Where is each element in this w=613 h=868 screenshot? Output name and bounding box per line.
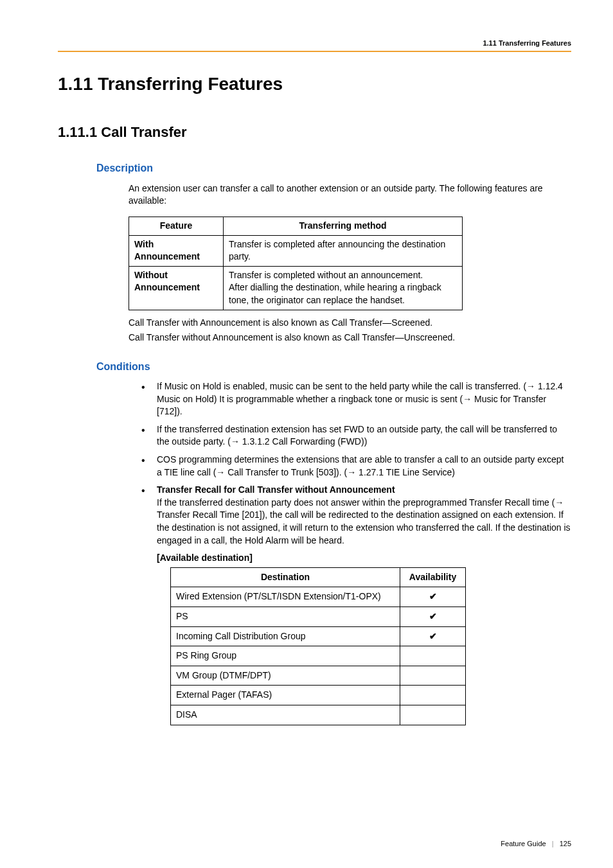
after-table-text-1: Call Transfer with Announcement is also … [129,317,571,330]
dest-cell: External Pager (TAFAS) [171,686,400,705]
method-cell: Transfer is completed without an announc… [224,266,463,310]
text: 1.27.1 TIE Line Service) [356,467,455,477]
heading-2: 1.11.1 Call Transfer [58,123,571,143]
feature-cell: Without Announcement [129,266,224,310]
feature-line: Announcement [134,251,200,261]
table-row: VM Group (DTMF/DPT) [171,666,466,686]
dest-cell: Wired Extension (PT/SLT/ISDN Extension/T… [171,587,400,607]
table-row: Wired Extension (PT/SLT/ISDN Extension/T… [171,587,466,607]
feature-line: With [134,239,154,249]
text: If Music on Hold is enabled, music can b… [157,381,526,391]
list-item: COS programming determines the extension… [141,454,571,479]
table-header-row: Destination Availability [171,567,466,587]
table-row: Without Announcement Transfer is complet… [129,266,463,310]
avail-cell: ✔ [400,626,466,646]
page-header-title: 1.11 Transferring Features [58,39,571,48]
arrow-icon: → [463,393,472,406]
col-availability: Availability [400,567,466,587]
table-header-row: Feature Transferring method [129,217,463,235]
dest-cell: PS Ring Group [171,646,400,666]
available-destination-heading: [Available destination] [157,552,571,565]
arrow-icon: → [526,380,535,393]
avail-cell [400,686,466,705]
page: 1.11 Transferring Features 1.11 Transfer… [0,0,613,868]
avail-cell [400,666,466,686]
footer-label: Feature Guide [501,840,546,847]
arrow-icon: → [231,436,240,448]
col-feature: Feature [129,217,224,235]
table-row: With Announcement Transfer is completed … [129,235,463,266]
avail-cell: ✔ [400,607,466,627]
dest-cell: Incoming Call Distribution Group [171,626,400,646]
list-item: If Music on Hold is enabled, music can b… [141,380,571,418]
avail-cell [400,646,466,666]
footer-separator: | [552,840,554,847]
avail-cell: ✔ [400,587,466,607]
destination-table: Destination Availability Wired Extension… [170,567,466,725]
after-table-text-2: Call Transfer without Announcement is al… [129,332,571,344]
text: Call Transfer to Trunk [503]). ( [225,467,347,477]
arrow-icon: → [555,497,564,509]
table-row: Incoming Call Distribution Group ✔ [171,626,466,646]
text: 1.3.1.2 Call Forwarding (FWD)) [240,436,367,447]
bold-subtitle: Transfer Recall for Call Transfer withou… [157,484,395,495]
feature-cell: With Announcement [129,235,224,266]
table-row: PS Ring Group [171,646,466,666]
page-footer: Feature Guide | 125 [501,839,571,849]
header-divider [58,51,571,52]
col-method: Transferring method [224,217,463,235]
table-row: External Pager (TAFAS) [171,686,466,705]
description-heading: Description [96,161,571,175]
text: If the transferred destination party doe… [157,497,555,508]
avail-cell [400,705,466,725]
table-row: DISA [171,705,466,725]
conditions-list: If Music on Hold is enabled, music can b… [141,380,571,547]
dest-cell: DISA [171,705,400,725]
col-destination: Destination [171,567,400,587]
dest-cell: VM Group (DTMF/DPT) [171,666,400,686]
heading-1: 1.11 Transferring Features [58,71,571,96]
text: Transfer Recall Time [201]), the call wi… [157,509,571,545]
arrow-icon: → [216,466,225,479]
list-item: Transfer Recall for Call Transfer withou… [141,484,571,547]
method-cell: Transfer is completed after announcing t… [224,235,463,266]
feature-line: Announcement [134,282,200,292]
table-row: PS ✔ [171,607,466,627]
description-intro: An extension user can transfer a call to… [129,182,571,208]
footer-page-number: 125 [560,840,571,847]
feature-line: Without [134,270,168,280]
conditions-heading: Conditions [96,360,571,374]
dest-cell: PS [171,607,400,627]
arrow-icon: → [347,466,356,479]
feature-table: Feature Transferring method With Announc… [129,217,463,310]
list-item: If the transferred destination extension… [141,423,571,448]
